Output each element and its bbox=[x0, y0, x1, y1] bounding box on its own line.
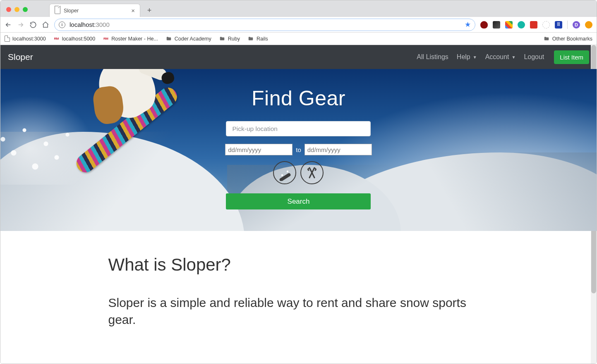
hero: Find Gear to Search bbox=[0, 69, 597, 231]
page-viewport[interactable]: Sloper All Listings Help▼ Account▼ Logou… bbox=[0, 45, 597, 364]
chevron-down-icon: ▼ bbox=[473, 55, 477, 59]
bookmark-label: Roster Maker - He... bbox=[111, 36, 158, 42]
back-button[interactable] bbox=[5, 21, 12, 29]
tab-strip: Sloper × + bbox=[49, 3, 155, 17]
other-bookmarks[interactable]: Other Bookmarks bbox=[543, 36, 592, 42]
orange-ext-icon[interactable] bbox=[585, 21, 592, 29]
search-button[interactable]: Search bbox=[226, 193, 371, 209]
bookmark-folder[interactable]: Ruby bbox=[219, 36, 240, 42]
eyedropper-icon[interactable] bbox=[493, 21, 500, 29]
file-icon bbox=[55, 7, 60, 14]
nav-label: Logout bbox=[524, 53, 544, 61]
svg-point-1 bbox=[281, 174, 283, 176]
nav-label: All Listings bbox=[417, 53, 448, 61]
nav-logout[interactable]: Logout bbox=[520, 53, 548, 61]
bookmark-label: Ruby bbox=[228, 36, 240, 42]
hero-heading: Find Gear bbox=[252, 86, 345, 110]
home-button[interactable] bbox=[42, 21, 49, 29]
ublock-icon[interactable] bbox=[480, 21, 488, 29]
browser-tab[interactable]: Sloper × bbox=[49, 4, 140, 17]
url-host: localhost: bbox=[70, 21, 96, 28]
about-body: Sloper is a simple and reliable way to r… bbox=[108, 295, 489, 328]
browser-window: Sloper × + i localhost:3000 ★ bbox=[0, 0, 597, 364]
bookmark-folder[interactable]: Rails bbox=[247, 36, 268, 42]
bookmark-folder[interactable]: Coder Academy bbox=[165, 36, 211, 42]
folder-icon bbox=[165, 36, 172, 42]
snowboard-icon[interactable] bbox=[273, 161, 296, 184]
tab-title: Sloper bbox=[64, 8, 79, 14]
chevron-down-icon: ▼ bbox=[511, 55, 515, 59]
red-ext-icon[interactable] bbox=[530, 21, 537, 29]
bookmark-label: Rails bbox=[257, 36, 268, 42]
date-row: to bbox=[225, 144, 372, 155]
url-text: localhost:3000 bbox=[70, 21, 110, 28]
titlebar: Sloper × + bbox=[0, 0, 597, 17]
svg-rect-0 bbox=[279, 173, 292, 181]
nav-account-dropdown[interactable]: Account▼ bbox=[481, 53, 520, 61]
minimize-window-button[interactable] bbox=[14, 7, 19, 12]
fullscreen-window-button[interactable] bbox=[23, 7, 28, 12]
toolbar: i localhost:3000 ★ ⠿ D bbox=[0, 17, 597, 33]
date-from-input[interactable] bbox=[225, 144, 293, 155]
bookmark-label: localhost:5000 bbox=[62, 36, 96, 42]
list-item-button[interactable]: List Item bbox=[554, 50, 589, 64]
dashed-circle-icon[interactable] bbox=[542, 21, 550, 29]
page-icon bbox=[5, 36, 10, 42]
folder-icon bbox=[219, 36, 225, 42]
profile-avatar-icon[interactable]: D bbox=[573, 21, 580, 29]
google-ext-icon[interactable] bbox=[505, 21, 513, 29]
folder-icon bbox=[247, 36, 254, 42]
url-port: 3000 bbox=[96, 21, 109, 28]
svg-point-2 bbox=[287, 171, 288, 172]
teal-ext-icon[interactable] bbox=[518, 21, 525, 29]
new-tab-button[interactable]: + bbox=[144, 5, 155, 16]
address-bar[interactable]: i localhost:3000 ★ bbox=[54, 19, 475, 31]
bookmark-item[interactable]: RMRoster Maker - He... bbox=[103, 36, 158, 42]
folder-icon bbox=[543, 36, 550, 42]
rubymine-icon: RM bbox=[103, 36, 109, 42]
rubymine-icon: RM bbox=[53, 36, 60, 42]
date-to-input[interactable] bbox=[304, 144, 372, 155]
bookmark-star-icon[interactable]: ★ bbox=[465, 20, 471, 29]
pickup-location-input[interactable] bbox=[226, 121, 371, 136]
close-window-button[interactable] bbox=[6, 7, 11, 12]
reload-button[interactable] bbox=[29, 21, 37, 29]
bookmark-label: localhost:3000 bbox=[12, 36, 46, 42]
site-info-icon[interactable]: i bbox=[59, 21, 65, 28]
nav-label: Help bbox=[457, 53, 470, 61]
bookmarks-bar: localhost:3000 RMlocalhost:5000 RMRoster… bbox=[0, 33, 597, 45]
close-tab-button[interactable]: × bbox=[131, 7, 135, 14]
about-heading: What is Sloper? bbox=[108, 255, 489, 275]
skis-icon[interactable] bbox=[300, 161, 324, 184]
app-navbar: Sloper All Listings Help▼ Account▼ Logou… bbox=[0, 45, 597, 69]
nav-help-dropdown[interactable]: Help▼ bbox=[453, 53, 481, 61]
bookmark-item[interactable]: RMlocalhost:5000 bbox=[53, 36, 96, 42]
nav-all-listings[interactable]: All Listings bbox=[412, 53, 452, 61]
brand[interactable]: Sloper bbox=[8, 52, 33, 62]
window-controls bbox=[4, 7, 30, 17]
blue-ext-icon[interactable]: ⠿ bbox=[555, 21, 562, 29]
separator bbox=[567, 21, 568, 29]
bookmark-label: Other Bookmarks bbox=[552, 36, 592, 42]
forward-button[interactable] bbox=[17, 21, 24, 29]
bookmark-label: Coder Academy bbox=[175, 36, 211, 42]
about-section: What is Sloper? Sloper is a simple and r… bbox=[100, 255, 497, 345]
nav-label: Account bbox=[485, 53, 509, 61]
bookmark-item[interactable]: localhost:3000 bbox=[5, 36, 46, 42]
date-separator: to bbox=[296, 146, 301, 153]
extensions: ⠿ D bbox=[480, 21, 592, 29]
gear-type-row bbox=[273, 161, 324, 184]
